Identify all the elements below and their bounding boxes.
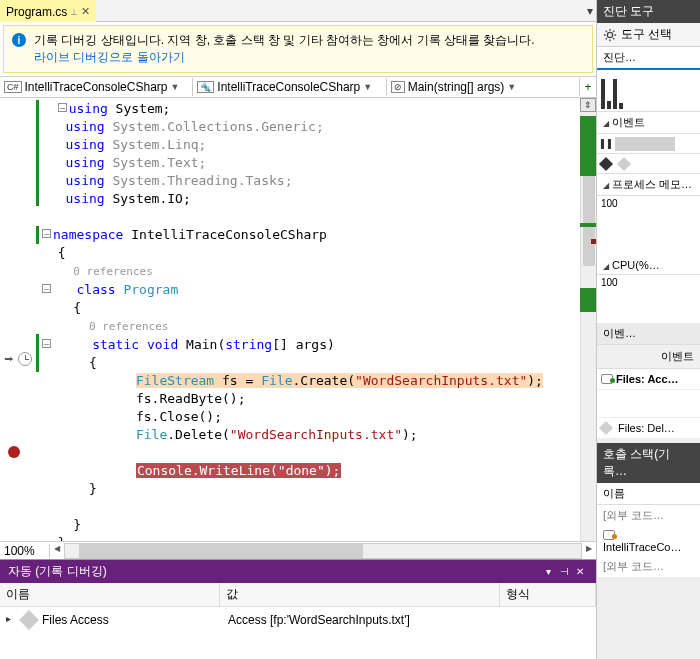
expand-icon[interactable]: ▸ — [6, 613, 16, 627]
events-column-header[interactable]: 이벤트 — [597, 345, 700, 369]
callstack-row-external-1[interactable]: [외부 코드… — [597, 505, 700, 526]
editor-footer: 100% ◀ ▶ — [0, 541, 596, 559]
infobar-link-go-live[interactable]: 라이브 디버깅으로 돌아가기 — [34, 50, 185, 64]
events-track-2 — [597, 154, 700, 174]
crumb-method[interactable]: ⊘ Main(string[] args) ▼ — [387, 78, 580, 96]
glyph-margin[interactable]: ⮕ — [0, 98, 40, 541]
autos-header-value[interactable]: 값 — [220, 583, 500, 606]
historical-debugging-infobar: i 기록 디버깅 상태입니다. 지역 창, 호출 스택 창 및 기타 참여하는 … — [3, 25, 593, 73]
diagnostics-tab[interactable]: 진단… — [597, 47, 700, 70]
diamond-icon — [599, 421, 613, 435]
navigation-breadcrumb: C# IntelliTraceConsoleCSharp ▼ 🔩 Intelli… — [0, 76, 596, 98]
diamond-icon — [19, 610, 39, 630]
diagnostics-title[interactable]: 진단 도구 — [597, 0, 700, 23]
method-icon: ⊘ — [391, 81, 405, 93]
events-section-header[interactable]: ◢ 이벤트 — [597, 112, 700, 134]
autos-headers: 이름 값 형식 — [0, 583, 596, 607]
callstack-title[interactable]: 호출 스택(기록… — [597, 443, 700, 483]
code-editor[interactable]: ⮕ −using System; using System.Collection… — [0, 98, 596, 541]
breakpoint-icon[interactable] — [8, 446, 20, 458]
vertical-scrollbar-overview[interactable]: ⇕ — [580, 98, 596, 541]
scroll-left-icon[interactable]: ◀ — [50, 544, 64, 558]
autos-row-name: Files Access — [42, 613, 228, 627]
event-icon — [601, 374, 613, 384]
csharp-icon: C# — [4, 81, 22, 93]
events-tab[interactable]: 이벤… — [597, 323, 700, 345]
horizontal-scrollbar[interactable] — [64, 543, 582, 559]
pin-icon[interactable]: ⊣ — [556, 566, 572, 577]
diagnostics-sparkline — [597, 70, 700, 112]
outline-collapse-icon[interactable]: − — [42, 339, 51, 348]
window-menu-icon[interactable]: ▾ — [540, 566, 556, 577]
autos-panel: 자동 (기록 디버깅) ▾ ⊣ ✕ 이름 값 형식 ▸ Files Access… — [0, 559, 596, 659]
split-icon[interactable]: ⇕ — [580, 98, 596, 112]
gear-icon — [603, 28, 617, 42]
close-icon[interactable]: ✕ — [81, 5, 90, 18]
stackframe-icon — [603, 530, 615, 540]
callstack-header-name[interactable]: 이름 — [597, 483, 700, 505]
code-text-area[interactable]: −using System; using System.Collections.… — [40, 98, 580, 541]
outline-collapse-icon[interactable]: − — [58, 103, 67, 112]
cpu-section-header[interactable]: ◢ CPU(%… — [597, 256, 700, 275]
procmem-section-header[interactable]: ◢ 프로세스 메모… — [597, 174, 700, 196]
events-track-1 — [597, 134, 700, 154]
autos-header-type[interactable]: 형식 — [500, 583, 596, 606]
pause-icon — [601, 139, 611, 149]
tool-select-button[interactable]: 도구 선택 — [597, 23, 700, 47]
zoom-level[interactable]: 100% — [0, 544, 50, 558]
outline-collapse-icon[interactable]: − — [42, 229, 51, 238]
close-icon[interactable]: ✕ — [572, 566, 588, 577]
pin-icon[interactable]: ⟂ — [71, 6, 77, 17]
crumb-class[interactable]: 🔩 IntelliTraceConsoleCSharp ▼ — [193, 78, 386, 96]
chevron-down-icon: ▼ — [363, 82, 372, 92]
callstack-row-intellitrace[interactable]: IntelliTraceCo… — [597, 526, 700, 556]
add-crumb-button[interactable]: + — [580, 80, 596, 94]
class-icon: 🔩 — [197, 81, 214, 93]
event-row-files-access[interactable]: Files: Acc… — [597, 369, 700, 390]
crumb-project[interactable]: C# IntelliTraceConsoleCSharp ▼ — [0, 78, 193, 96]
outline-collapse-icon[interactable]: − — [42, 284, 51, 293]
chevron-down-icon: ▼ — [170, 82, 179, 92]
diagnostic-tools-pane: 진단 도구 도구 선택 진단… ◢ 이벤트 ◢ 프로세스 메모… 100 ◢ C… — [597, 0, 700, 659]
history-debug-icon[interactable] — [18, 352, 32, 366]
autos-row[interactable]: ▸ Files Access Access [fp:'WordSearchInp… — [0, 607, 596, 633]
autos-title-bar[interactable]: 자동 (기록 디버깅) ▾ ⊣ ✕ — [0, 560, 596, 583]
tab-overflow-dropdown[interactable]: ▾ — [584, 4, 596, 18]
event-row-files-delete[interactable]: Files: Del… — [597, 418, 700, 439]
svg-point-0 — [607, 32, 612, 37]
diamond-icon — [617, 156, 631, 170]
autos-header-name[interactable]: 이름 — [0, 583, 220, 606]
tab-label: Program.cs — [6, 5, 67, 19]
document-tabs: Program.cs ⟂ ✕ ▾ — [0, 0, 596, 22]
callstack-row-external-2[interactable]: [외부 코드… — [597, 556, 700, 577]
autos-row-value: Access [fp:'WordSearchInputs.txt'] — [228, 613, 410, 627]
info-icon: i — [12, 33, 26, 47]
scroll-right-icon[interactable]: ▶ — [582, 544, 596, 558]
step-back-icon[interactable]: ⮕ — [4, 354, 14, 365]
procmem-chart: 100 — [597, 196, 700, 256]
diamond-icon — [599, 156, 613, 170]
chevron-down-icon: ▼ — [507, 82, 516, 92]
cpu-chart: 100 — [597, 275, 700, 323]
autos-title-text: 자동 (기록 디버깅) — [8, 563, 107, 580]
tab-program-cs[interactable]: Program.cs ⟂ ✕ — [0, 0, 96, 22]
infobar-text: 기록 디버깅 상태입니다. 지역 창, 호출 스택 창 및 기타 참여하는 창에… — [34, 33, 535, 47]
